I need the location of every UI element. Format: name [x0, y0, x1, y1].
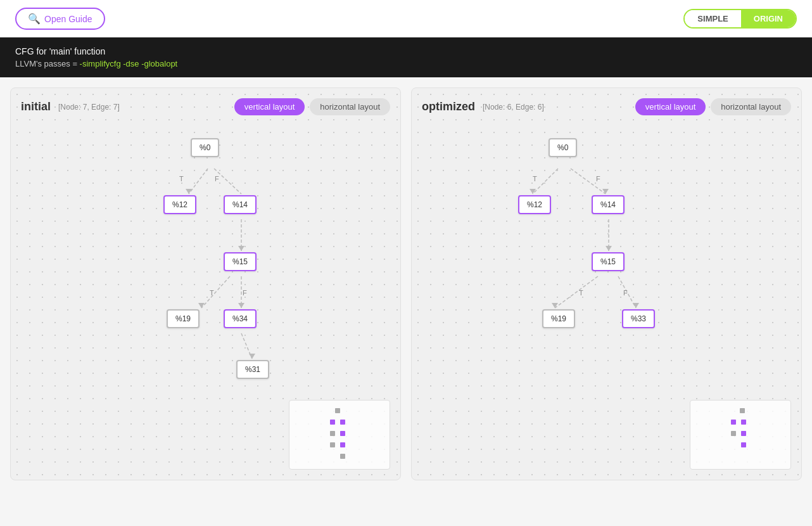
svg-marker-9 — [238, 303, 244, 308]
initial-cfg-area: %0 %12 %14 %15 %19 %34 %31 T F T F — [21, 125, 390, 430]
initial-edge-label-T1: T — [179, 175, 184, 183]
initial-layout-toggle: vertical layout horizontal layout — [234, 98, 390, 115]
svg-marker-8 — [198, 303, 205, 308]
open-guide-label: Open Guide — [44, 14, 92, 24]
passes-line: LLVM's passes = -simplifycfg -dse -globa… — [15, 59, 797, 68]
optimized-node-19[interactable]: %19 — [542, 309, 575, 328]
minimap-dot — [731, 431, 736, 436]
initial-node-34[interactable]: %34 — [224, 309, 257, 328]
svg-marker-7 — [238, 246, 244, 251]
optimized-edge-label-F2: F — [623, 289, 628, 297]
info-banner: CFG for 'main' function LLVM's passes = … — [0, 37, 812, 77]
minimap-dot — [335, 408, 340, 413]
svg-marker-17 — [602, 189, 609, 194]
svg-line-5 — [241, 333, 252, 359]
optimized-node-14[interactable]: %14 — [592, 195, 625, 214]
minimap-dot — [340, 454, 345, 459]
optimized-cfg-edges — [422, 125, 791, 430]
svg-line-14 — [555, 276, 598, 308]
minimap-dot — [731, 420, 736, 425]
search-icon: 🔍 — [28, 13, 41, 25]
minimap-dot — [330, 420, 335, 425]
passes-value: -simplifycfg -dse -globalopt — [80, 59, 178, 68]
initial-node-12[interactable]: %12 — [163, 195, 196, 214]
optimized-meta: [Node: 6, Edge: 6] — [483, 103, 544, 112]
optimized-title: optimized — [422, 100, 475, 113]
initial-meta: [Node: 7, Edge: 7] — [58, 103, 120, 112]
minimap-dot — [340, 420, 345, 425]
svg-marker-20 — [633, 303, 639, 308]
minimap-dot — [340, 431, 345, 436]
initial-title: initial — [21, 100, 51, 113]
optimized-edge-label-T2: T — [579, 289, 583, 297]
initial-node-0[interactable]: %0 — [191, 138, 219, 157]
initial-node-14[interactable]: %14 — [224, 195, 257, 214]
svg-line-0 — [189, 169, 208, 194]
optimized-node-0[interactable]: %0 — [549, 138, 577, 157]
minimap-dot — [741, 442, 746, 447]
optimized-node-33[interactable]: %33 — [622, 309, 655, 328]
optimized-cfg-area: %0 %12 %14 %15 %19 %33 T F T F — [422, 125, 791, 430]
svg-line-3 — [201, 276, 230, 308]
initial-edge-label-T2: T — [210, 289, 214, 297]
initial-horizontal-layout-button[interactable]: horizontal layout — [310, 98, 390, 115]
optimized-minimap — [690, 400, 791, 470]
svg-marker-6 — [186, 189, 192, 194]
initial-vertical-layout-button[interactable]: vertical layout — [234, 98, 305, 115]
optimized-horizontal-layout-button[interactable]: horizontal layout — [711, 98, 791, 115]
optimized-node-12[interactable]: %12 — [518, 195, 551, 214]
initial-node-15[interactable]: %15 — [224, 252, 257, 271]
optimized-node-15[interactable]: %15 — [592, 252, 625, 271]
optimized-vertical-layout-button[interactable]: vertical layout — [635, 98, 706, 115]
initial-panel-header: initial [Node: 7, Edge: 7] vertical layo… — [21, 98, 390, 115]
optimized-edge-label-F1: F — [596, 175, 600, 183]
initial-node-19[interactable]: %19 — [167, 309, 200, 328]
minimap-dot — [740, 408, 745, 413]
cfg-title: CFG for 'main' function — [15, 46, 797, 56]
minimap-dot — [330, 431, 335, 436]
minimap-dot — [340, 442, 345, 447]
svg-marker-10 — [249, 354, 255, 359]
minimap-dot — [330, 442, 335, 447]
initial-edge-label-F2: F — [243, 289, 247, 297]
initial-edge-label-F1: F — [215, 175, 219, 183]
initial-cfg-edges — [21, 125, 390, 430]
main-content: initial [Node: 7, Edge: 7] vertical layo… — [0, 77, 812, 491]
header: 🔍 Open Guide SIMPLE ORIGIN — [0, 0, 812, 37]
optimized-layout-toggle: vertical layout horizontal layout — [635, 98, 791, 115]
svg-marker-19 — [552, 303, 558, 308]
optimized-edge-label-T1: T — [533, 175, 537, 183]
optimized-panel: optimized [Node: 6, Edge: 6] vertical la… — [411, 87, 802, 480]
initial-panel: initial [Node: 7, Edge: 7] vertical layo… — [10, 87, 401, 480]
minimap-dot — [741, 431, 746, 436]
initial-node-31[interactable]: %31 — [236, 360, 269, 379]
svg-marker-16 — [530, 189, 536, 194]
optimized-panel-header: optimized [Node: 6, Edge: 6] vertical la… — [422, 98, 791, 115]
minimap-dot — [741, 420, 746, 425]
svg-marker-18 — [606, 246, 612, 251]
simple-mode-button[interactable]: SIMPLE — [685, 10, 740, 27]
passes-label: LLVM's passes = — [15, 59, 80, 68]
origin-mode-button[interactable]: ORIGIN — [741, 10, 796, 27]
initial-minimap — [289, 400, 390, 470]
mode-toggle: SIMPLE ORIGIN — [683, 9, 797, 29]
open-guide-button[interactable]: 🔍 Open Guide — [15, 8, 105, 30]
